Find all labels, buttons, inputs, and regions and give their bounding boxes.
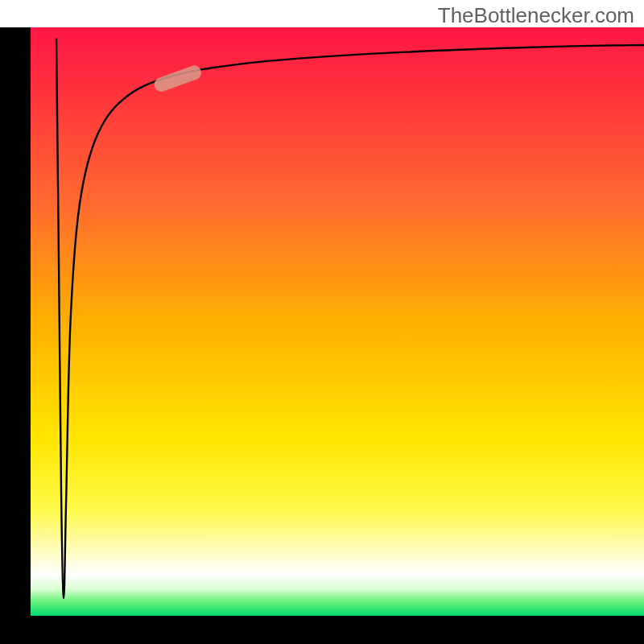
y-axis-band [0, 27, 31, 644]
x-axis-band [0, 616, 644, 644]
plot-background [31, 27, 644, 616]
chart-frame: TheBottlenecker.com [0, 0, 644, 644]
bottleneck-chart [0, 0, 644, 644]
